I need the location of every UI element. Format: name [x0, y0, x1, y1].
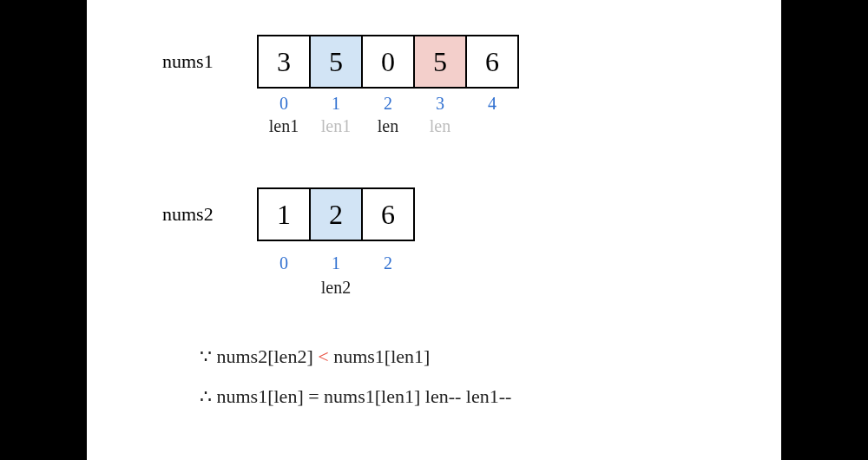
nums1-pointer-1: len1: [309, 116, 363, 136]
nums1-pointer-4: [465, 116, 519, 136]
nums1-pointers: len1len1lenlen: [257, 116, 519, 136]
sidebar-right: [781, 0, 868, 460]
expr2-text: nums1[len] = nums1[len1] len-- len1--: [217, 385, 512, 407]
nums2-label: nums2: [162, 203, 214, 226]
nums2-pointer-0: [257, 278, 311, 298]
nums2-cell-1: 2: [309, 187, 363, 241]
sidebar-left: [0, 0, 87, 460]
nums2-array: 126: [257, 187, 415, 241]
expr-therefore: ∴ nums1[len] = nums1[len1] len-- len1--: [200, 385, 511, 408]
therefore-symbol: ∴: [200, 385, 217, 407]
nums2-indices: 012: [257, 253, 415, 273]
nums2-index-2: 2: [361, 253, 415, 273]
expr-because: ∵ nums2[len2] < nums1[len1]: [200, 345, 430, 368]
nums1-indices: 01234: [257, 94, 519, 114]
nums2-cell-0: 1: [257, 187, 311, 241]
nums1-pointer-3: len: [413, 116, 467, 136]
nums2-pointers: len2: [257, 278, 415, 298]
expr1-right: nums1[len1]: [333, 345, 430, 367]
nums1-cell-3: 5: [413, 35, 467, 89]
nums1-label: nums1: [162, 50, 214, 73]
nums1-index-0: 0: [257, 94, 311, 114]
nums1-index-3: 3: [413, 94, 467, 114]
nums1-pointer-0: len1: [257, 116, 311, 136]
nums2-index-1: 1: [309, 253, 363, 273]
nums1-cell-4: 6: [465, 35, 519, 89]
nums2-index-0: 0: [257, 253, 311, 273]
diagram-stage: nums1 35056 01234 len1len1lenlen nums2 1…: [87, 0, 781, 460]
nums2-pointer-2: [361, 278, 415, 298]
lt-symbol: <: [318, 345, 328, 367]
nums1-index-2: 2: [361, 94, 415, 114]
nums1-index-1: 1: [309, 94, 363, 114]
nums1-cell-2: 0: [361, 35, 415, 89]
nums1-pointer-2: len: [361, 116, 415, 136]
nums2-cell-2: 6: [361, 187, 415, 241]
nums2-pointer-1: len2: [309, 278, 363, 298]
nums1-index-4: 4: [465, 94, 519, 114]
nums1-cell-0: 3: [257, 35, 311, 89]
nums1-array: 35056: [257, 35, 519, 89]
because-symbol: ∵: [200, 345, 217, 367]
nums1-cell-1: 5: [309, 35, 363, 89]
expr1-left: nums2[len2]: [217, 345, 319, 367]
